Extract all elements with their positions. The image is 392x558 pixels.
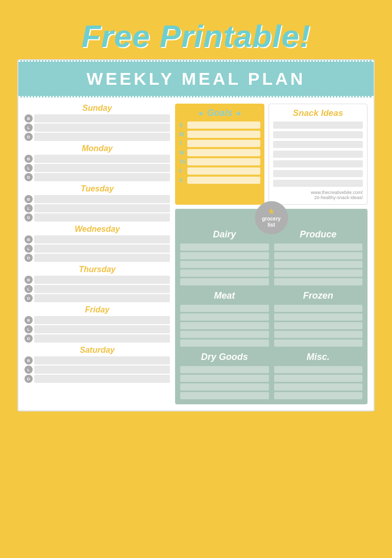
grocery-line[interactable] <box>180 392 269 399</box>
meal-line[interactable] <box>34 334 170 343</box>
meal-row: L <box>24 245 170 253</box>
snack-line[interactable] <box>273 122 363 129</box>
meal-line[interactable] <box>34 356 170 365</box>
grocery-line[interactable] <box>274 270 363 277</box>
meal-letter-d: D <box>24 133 33 141</box>
meal-line[interactable] <box>34 114 170 123</box>
grocery-line[interactable] <box>180 278 269 285</box>
grocery-line[interactable] <box>274 392 363 399</box>
meal-line[interactable] <box>34 366 170 374</box>
main-card: WEEKLY MEAL PLAN Sunday B L <box>17 59 375 411</box>
grocery-line[interactable] <box>274 244 363 251</box>
goals-line[interactable] <box>187 167 260 175</box>
grocery-category-title-meat: Meat <box>180 290 269 301</box>
grocery-line[interactable] <box>180 261 269 268</box>
snack-title: Snack Ideas <box>273 108 363 118</box>
grocery-line[interactable] <box>274 313 363 321</box>
meal-line[interactable] <box>34 155 170 163</box>
snack-line[interactable] <box>273 180 363 187</box>
grocery-line[interactable] <box>274 322 363 329</box>
grocery-line[interactable] <box>180 339 269 347</box>
meal-line[interactable] <box>34 276 170 284</box>
meal-letter-b: B <box>24 114 33 123</box>
meal-row: B <box>24 276 170 284</box>
goals-row-s2: S <box>179 177 260 184</box>
meal-line[interactable] <box>34 375 170 383</box>
grocery-badge: ★ grocerylist <box>255 201 288 234</box>
goals-line[interactable] <box>187 140 260 147</box>
grocery-line[interactable] <box>274 261 363 268</box>
grocery-line[interactable] <box>180 313 269 321</box>
grocery-line[interactable] <box>274 339 363 347</box>
meal-line[interactable] <box>34 325 170 333</box>
goals-day-f: F <box>179 168 185 174</box>
grocery-line[interactable] <box>180 375 269 382</box>
snack-line[interactable] <box>273 170 363 177</box>
grocery-line[interactable] <box>180 366 269 373</box>
grocery-section: ★ grocerylist Dairy <box>175 209 368 404</box>
grocery-line[interactable] <box>180 305 269 312</box>
grocery-line[interactable] <box>180 244 269 251</box>
grocery-line[interactable] <box>274 383 363 391</box>
meal-line[interactable] <box>34 173 170 181</box>
goals-day-w: W <box>179 150 185 156</box>
snack-line[interactable] <box>273 151 363 158</box>
meal-line[interactable] <box>34 204 170 212</box>
goals-line[interactable] <box>187 131 260 138</box>
snack-line[interactable] <box>273 131 363 138</box>
meal-line[interactable] <box>34 245 170 253</box>
grocery-category-frozen: Frozen <box>274 290 363 347</box>
meal-line[interactable] <box>34 285 170 293</box>
grocery-line[interactable] <box>180 252 269 259</box>
meal-line[interactable] <box>34 235 170 244</box>
grocery-line[interactable] <box>180 383 269 391</box>
grocery-line[interactable] <box>180 322 269 329</box>
grocery-line[interactable] <box>274 252 363 259</box>
meal-line[interactable] <box>34 294 170 302</box>
snack-line[interactable] <box>273 141 363 148</box>
meal-line[interactable] <box>34 124 170 132</box>
meal-line[interactable] <box>34 133 170 141</box>
meal-rows-thursday: B L D <box>24 276 170 302</box>
meal-row: B <box>24 195 170 203</box>
grocery-category-title-frozen: Frozen <box>274 290 363 301</box>
meal-line[interactable] <box>34 164 170 172</box>
day-label-tuesday: Tuesday <box>24 184 170 193</box>
meal-letter-b: B <box>24 235 33 244</box>
grocery-line[interactable] <box>180 270 269 277</box>
grocery-category-dry-goods: Dry Goods <box>180 352 269 399</box>
meal-letter-d: D <box>24 375 33 383</box>
meal-line[interactable] <box>34 213 170 222</box>
meal-row: B <box>24 316 170 324</box>
grocery-line[interactable] <box>274 305 363 312</box>
grocery-category-meat: Meat <box>180 290 269 347</box>
grocery-line[interactable] <box>274 278 363 285</box>
day-block-saturday: Saturday B L D <box>24 346 170 383</box>
goals-line[interactable] <box>187 177 260 184</box>
meal-letter-l: L <box>24 204 33 212</box>
grocery-line[interactable] <box>274 375 363 382</box>
meal-row: L <box>24 124 170 132</box>
goals-line[interactable] <box>187 149 260 156</box>
day-label-wednesday: Wednesday <box>24 225 170 234</box>
meal-rows-sunday: B L D <box>24 114 170 141</box>
meal-plan-title: WEEKLY MEAL PLAN <box>87 69 306 88</box>
meal-letter-b: B <box>24 195 33 203</box>
meal-line[interactable] <box>34 254 170 262</box>
grocery-line[interactable] <box>180 331 269 338</box>
goals-line[interactable] <box>187 158 260 165</box>
meal-rows-monday: B L D <box>24 155 170 181</box>
snack-lines <box>273 122 363 187</box>
meal-letter-b: B <box>24 276 33 284</box>
goals-line[interactable] <box>187 122 260 129</box>
snack-line[interactable] <box>273 160 363 167</box>
meal-row: D <box>24 334 170 343</box>
meal-row: L <box>24 164 170 172</box>
meal-line[interactable] <box>34 316 170 324</box>
meal-letter-l: L <box>24 325 33 333</box>
meal-row: B <box>24 235 170 244</box>
grocery-line[interactable] <box>274 366 363 373</box>
meal-row: D <box>24 133 170 141</box>
meal-line[interactable] <box>34 195 170 203</box>
grocery-line[interactable] <box>274 331 363 338</box>
